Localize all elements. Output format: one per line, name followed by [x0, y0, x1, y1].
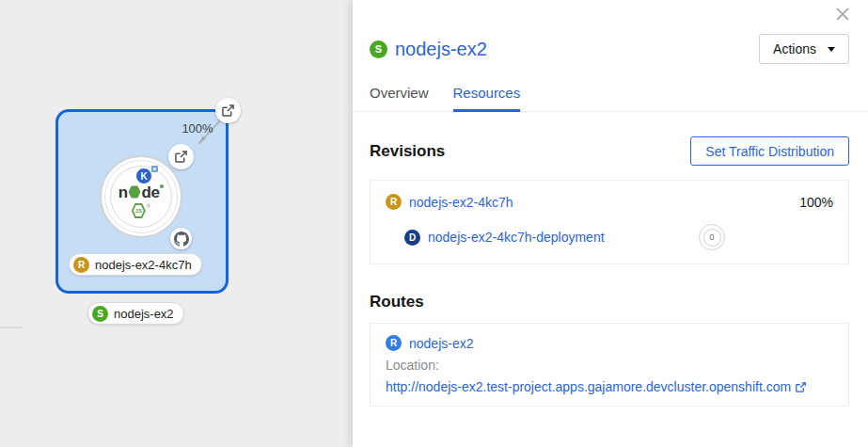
registered-mark: ®: [147, 203, 150, 209]
close-button[interactable]: [834, 6, 851, 23]
close-icon: [836, 8, 849, 21]
tab-resources[interactable]: Resources: [453, 85, 521, 112]
revision-badge: R: [386, 194, 402, 210]
panel-tabs: Overview Resources: [353, 85, 868, 112]
wordmark-n: n: [118, 184, 128, 200]
service-badge: S: [92, 306, 108, 322]
service-pill-label: nodejs-ex2: [114, 307, 174, 321]
revision-link[interactable]: nodejs-ex2-4kc7h: [409, 195, 799, 210]
actions-label: Actions: [773, 41, 816, 56]
topology-canvas[interactable]: 100% n de JS ® K: [0, 0, 353, 447]
route-location-label: Location:: [386, 358, 833, 373]
revision-traffic-percent: 100%: [799, 195, 833, 210]
source-code-decorator[interactable]: [170, 228, 192, 249]
external-link-icon[interactable]: [796, 382, 806, 392]
external-link-icon: [175, 151, 187, 163]
nodejs-js-badge: JS ®: [132, 203, 150, 219]
deployment-row: D nodejs-ex2-4kc7h-deployment 0: [404, 224, 833, 250]
knative-revision-node[interactable]: n de JS ® K: [100, 155, 182, 238]
pod-count-donut[interactable]: 0: [699, 224, 725, 250]
service-label-pill[interactable]: S nodejs-ex2: [87, 302, 184, 325]
pod-count-value: 0: [703, 229, 721, 247]
revision-badge: R: [73, 257, 89, 273]
routes-list: R nodejs-ex2 Location: http://nodejs-ex2…: [370, 323, 849, 407]
set-traffic-distribution-button[interactable]: Set Traffic Distribution: [690, 136, 849, 166]
revision-row: R nodejs-ex2-4kc7h 100%: [386, 194, 833, 210]
caret-down-icon: [828, 47, 835, 52]
revisions-heading: Revisions: [370, 142, 445, 161]
resource-side-panel: S nodejs-ex2 Actions Overview Resources …: [353, 0, 868, 447]
deployment-link[interactable]: nodejs-ex2-4kc7h-deployment: [428, 230, 605, 245]
knative-chip-icon: [150, 165, 159, 173]
deployment-badge: D: [404, 230, 420, 246]
tab-overview[interactable]: Overview: [370, 85, 429, 111]
revisions-list: R nodejs-ex2-4kc7h 100% D nodejs-ex2-4kc…: [370, 180, 849, 264]
open-url-decorator[interactable]: [168, 144, 194, 169]
github-icon: [174, 231, 189, 247]
revision-label-pill[interactable]: R nodejs-ex2-4kc7h: [69, 253, 202, 276]
service-kind-badge: S: [370, 40, 387, 58]
nodejs-hexagon-o: [129, 185, 141, 199]
route-url-link[interactable]: http://nodejs-ex2.test-project.apps.gaja…: [386, 379, 791, 394]
group-open-url-decorator[interactable]: [215, 98, 241, 123]
traffic-percent-label: 100%: [174, 121, 221, 136]
external-link-icon: [222, 104, 234, 117]
routes-heading: Routes: [370, 293, 424, 311]
nodejs-green-dot: [160, 184, 164, 188]
route-link[interactable]: nodejs-ex2: [409, 336, 474, 351]
openshift-topology-screen: 100% n de JS ® K: [0, 0, 868, 447]
edge-line: [0, 327, 23, 328]
route-row: R nodejs-ex2: [386, 335, 833, 351]
nodejs-wordmark: n de: [118, 184, 165, 200]
revision-pill-label: nodejs-ex2-4kc7h: [95, 258, 192, 272]
panel-header: S nodejs-ex2 Actions: [353, 0, 868, 64]
panel-body: Revisions Set Traffic Distribution R nod…: [353, 136, 868, 407]
panel-title-link[interactable]: nodejs-ex2: [395, 39, 487, 60]
wordmark-de: de: [142, 184, 160, 200]
route-badge: R: [386, 335, 402, 351]
actions-dropdown[interactable]: Actions: [759, 34, 849, 64]
